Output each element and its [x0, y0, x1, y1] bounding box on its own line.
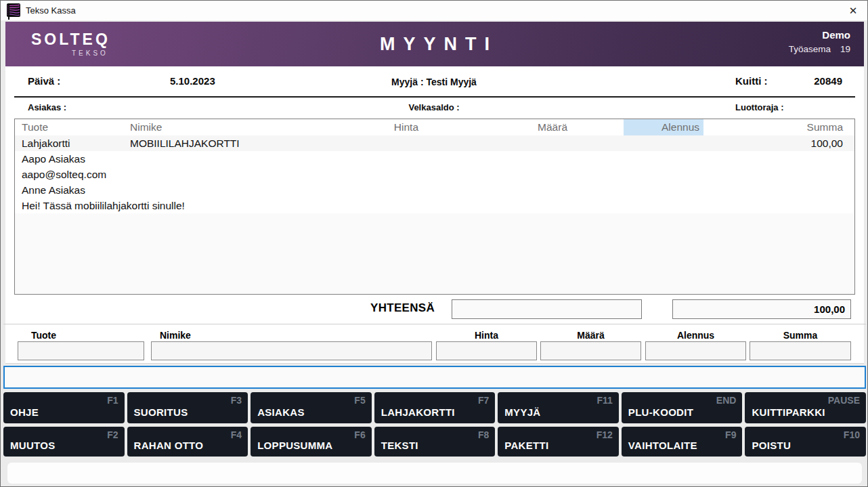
- button-hotkey: F4: [231, 429, 242, 440]
- function-key-grid: OHJE F1 SUORITUS F3 ASIAKAS F5 LAHJAKORT…: [3, 392, 866, 457]
- button-label: OHJE: [10, 406, 39, 418]
- alennus-input[interactable]: [645, 341, 746, 360]
- table-empty-area: [15, 213, 854, 294]
- entry-label-hinta: Hinta: [436, 330, 537, 341]
- command-input[interactable]: [3, 366, 866, 389]
- cell-nimike: MOBIILILAHJAKORTTI: [130, 135, 240, 151]
- sale-table-header: Tuote Nimike Hinta Määrä Alennus Summa: [15, 119, 854, 135]
- cell-summa: 100,00: [811, 135, 843, 151]
- button-hotkey: F12: [596, 429, 613, 440]
- button-hotkey: F5: [354, 395, 365, 406]
- brand-subname: TEKSO: [31, 49, 110, 57]
- button-hotkey: F3: [231, 395, 242, 406]
- button-label: RAHAN OTTO: [134, 440, 204, 451]
- kuittiparkki-button[interactable]: KUITTIPARKKI PAUSE: [745, 392, 866, 423]
- button-hotkey: F9: [725, 429, 736, 440]
- teksti-button[interactable]: TEKSTI F8: [374, 427, 496, 457]
- divider-line: [14, 96, 855, 98]
- section-divider: [3, 324, 866, 324]
- button-hotkey: F6: [354, 429, 365, 440]
- button-label: VAIHTOLAITE: [628, 440, 697, 451]
- workstation-label: Työasema: [789, 44, 831, 54]
- table-row[interactable]: aapo@solteq.com: [15, 167, 854, 182]
- brand-name: SOLTEQ: [31, 30, 110, 49]
- window-title: Tekso Kassa: [26, 1, 76, 20]
- hinta-input[interactable]: [436, 341, 537, 360]
- suoritus-button[interactable]: SUORITUS F3: [127, 392, 248, 423]
- solteq-logo: SOLTEQ TEKSO: [31, 30, 110, 57]
- button-hotkey: F1: [107, 395, 118, 406]
- cell-tuote: Aapo Asiakas: [22, 151, 85, 167]
- loppusumma-button[interactable]: LOPPUSUMMA F6: [251, 427, 372, 457]
- sale-table: Tuote Nimike Hinta Määrä Alennus Summa L…: [14, 119, 855, 295]
- cell-tuote: Hei! Tässä mobiililahjakortti sinulle!: [22, 198, 185, 213]
- session-mode: Demo: [789, 29, 850, 41]
- receipt-label: Kuitti :: [735, 75, 767, 87]
- header-banner: SOLTEQ TEKSO MYYNTI Demo Työasema 19: [5, 22, 864, 66]
- button-label: KUITTIPARKKI: [752, 406, 825, 418]
- total-entry-field[interactable]: [452, 299, 642, 319]
- button-label: SUORITUS: [134, 406, 188, 418]
- plu-koodit-button[interactable]: PLU-KOODIT END: [622, 392, 743, 423]
- button-label: LOPPUSUMMA: [257, 440, 332, 451]
- button-label: POISTU: [752, 440, 791, 451]
- tuote-input[interactable]: [18, 341, 144, 360]
- total-amount: 100,00: [672, 299, 851, 319]
- entry-label-summa: Summa: [750, 330, 851, 341]
- cell-tuote: Anne Asiakas: [22, 182, 85, 198]
- credit-label: Luottoraja :: [735, 102, 784, 112]
- button-hotkey: F7: [478, 395, 489, 406]
- column-header-alennus-highlighted: Alennus: [624, 119, 703, 135]
- command-input-wrap: [3, 366, 866, 389]
- button-label: TEKSTI: [381, 440, 418, 451]
- ohje-button[interactable]: OHJE F1: [3, 392, 125, 423]
- button-label: LAHJAKORTTI: [381, 406, 455, 418]
- column-header-maara: Määrä: [538, 119, 567, 135]
- paketti-button[interactable]: PAKETTI F12: [498, 427, 619, 457]
- session-info: Demo Työasema 19: [789, 29, 850, 54]
- muutos-button[interactable]: MUUTOS F2: [3, 427, 125, 457]
- table-row[interactable]: Lahjakortti MOBIILILAHJAKORTTI 100,00: [15, 135, 854, 151]
- page-title: MYYNTI: [380, 22, 498, 66]
- column-header-summa: Summa: [807, 119, 843, 135]
- button-label: PLU-KOODIT: [628, 406, 693, 418]
- workstation-value: 19: [840, 44, 850, 54]
- receipt-value: 20849: [814, 75, 842, 87]
- entry-label-nimike: Nimike: [160, 330, 191, 341]
- close-icon[interactable]: ✕: [843, 1, 863, 20]
- button-label: ASIAKAS: [257, 406, 305, 418]
- button-hotkey: F8: [478, 429, 489, 440]
- vaihtolaite-button[interactable]: VAIHTOLAITE F9: [622, 427, 743, 457]
- cell-tuote: aapo@solteq.com: [22, 167, 106, 182]
- table-row[interactable]: Aapo Asiakas: [15, 151, 854, 167]
- text-caret: [8, 5, 9, 20]
- rahan-otto-button[interactable]: RAHAN OTTO F4: [127, 427, 248, 457]
- column-header-nimike: Nimike: [130, 119, 162, 135]
- button-label: PAKETTI: [504, 440, 548, 451]
- button-hotkey: F2: [107, 429, 118, 440]
- titlebar: Tekso Kassa ✕: [1, 1, 867, 20]
- column-header-tuote: Tuote: [22, 119, 48, 135]
- status-message-bar: [7, 463, 862, 484]
- myyja-button[interactable]: MYYJÄ F11: [498, 392, 619, 423]
- maara-input[interactable]: [540, 341, 641, 360]
- table-row[interactable]: Hei! Tässä mobiililahjakortti sinulle!: [15, 198, 854, 213]
- button-label: MUUTOS: [10, 440, 56, 451]
- button-hotkey: PAUSE: [828, 395, 860, 406]
- total-label: YHTEENSÄ: [370, 301, 435, 315]
- entry-label-maara: Määrä: [540, 330, 641, 341]
- button-hotkey: END: [716, 395, 737, 406]
- nimike-input[interactable]: [151, 341, 432, 360]
- button-hotkey: F10: [844, 429, 860, 440]
- app-window: Tekso Kassa ✕ SOLTEQ TEKSO MYYNTI Demo T…: [0, 0, 868, 487]
- entry-label-alennus: Alennus: [645, 330, 746, 341]
- button-label: MYYJÄ: [504, 406, 540, 418]
- asiakas-button[interactable]: ASIAKAS F5: [251, 392, 372, 423]
- lahjakortti-button[interactable]: LAHJAKORTTI F7: [374, 392, 496, 423]
- table-row[interactable]: Anne Asiakas: [15, 182, 854, 198]
- summa-input[interactable]: [750, 341, 851, 360]
- poistu-button[interactable]: POISTU F10: [745, 427, 866, 457]
- cell-tuote: Lahjakortti: [22, 135, 70, 151]
- button-hotkey: F11: [596, 395, 612, 406]
- column-header-hinta: Hinta: [394, 119, 418, 135]
